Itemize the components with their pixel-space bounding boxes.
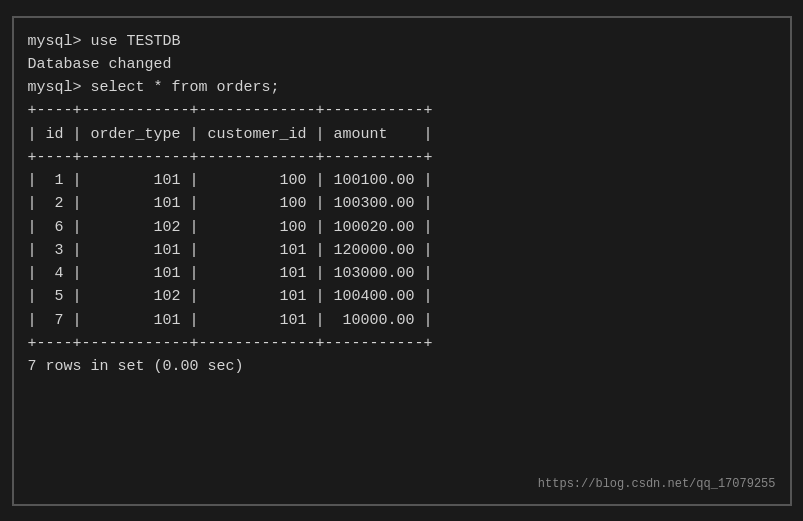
terminal-line: mysql> select * from orders; xyxy=(28,76,776,99)
terminal-line: 7 rows in set (0.00 sec) xyxy=(28,355,776,378)
watermark: https://blog.csdn.net/qq_17079255 xyxy=(538,475,776,494)
terminal-line: | 2 | 101 | 100 | 100300.00 | xyxy=(28,192,776,215)
terminal-line: +----+------------+-------------+-------… xyxy=(28,146,776,169)
terminal-line: | 7 | 101 | 101 | 10000.00 | xyxy=(28,309,776,332)
terminal-line: | 4 | 101 | 101 | 103000.00 | xyxy=(28,262,776,285)
terminal-line: | 1 | 101 | 100 | 100100.00 | xyxy=(28,169,776,192)
terminal-line: | id | order_type | customer_id | amount… xyxy=(28,123,776,146)
terminal-line: | 5 | 102 | 101 | 100400.00 | xyxy=(28,285,776,308)
terminal-line: +----+------------+-------------+-------… xyxy=(28,332,776,355)
terminal-output: mysql> use TESTDBDatabase changedmysql> … xyxy=(28,30,776,379)
terminal-window: mysql> use TESTDBDatabase changedmysql> … xyxy=(12,16,792,506)
terminal-line: +----+------------+-------------+-------… xyxy=(28,99,776,122)
terminal-line: | 6 | 102 | 100 | 100020.00 | xyxy=(28,216,776,239)
terminal-line: mysql> use TESTDB xyxy=(28,30,776,53)
terminal-line: Database changed xyxy=(28,53,776,76)
terminal-line: | 3 | 101 | 101 | 120000.00 | xyxy=(28,239,776,262)
